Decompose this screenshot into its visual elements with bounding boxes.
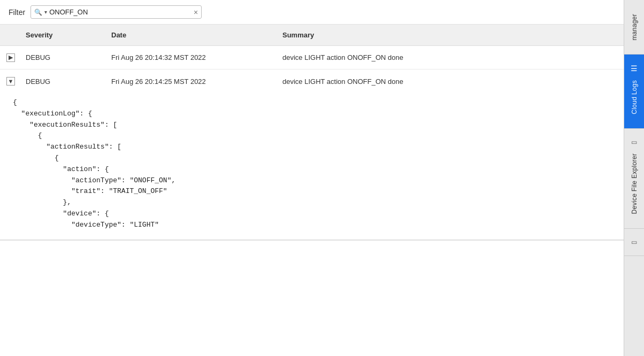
json-detail-content: { "executionLog": { "executionResults": … — [0, 93, 624, 240]
sidebar-tab-cloud-logs-label: Cloud Logs — [631, 76, 638, 119]
sidebar-tab-device-file-explorer-wrapper: ▭ Device File Explorer — [628, 134, 640, 222]
cell-date: Fri Aug 26 20:14:32 MST 2022 — [107, 49, 278, 66]
sidebar-tab-e-wrapper: ▭ — [629, 234, 639, 250]
table-row: ▶ DEBUG Fri Aug 26 20:14:32 MST 2022 dev… — [0, 46, 624, 69]
filter-input-wrapper[interactable]: 🔍 ▾ × — [30, 5, 202, 19]
cell-severity: DEBUG — [21, 49, 107, 66]
expand-icon[interactable]: ▶ — [6, 53, 15, 62]
sidebar-tab-cloud-logs-wrapper: ☰ Cloud Logs — [628, 60, 640, 123]
right-sidebar: manager ☰ Cloud Logs ▭ Device File Explo… — [624, 0, 644, 356]
sidebar-tab-e[interactable]: ▭ — [624, 229, 644, 256]
row-expand-button[interactable]: ▶ — [0, 51, 21, 64]
cell-summary: device LIGHT action ONOFF_ON done — [278, 49, 624, 66]
column-header-date: Date — [107, 29, 278, 41]
sidebar-tab-device-file-explorer-label: Device File Explorer — [631, 149, 638, 218]
filter-dropdown-arrow[interactable]: ▾ — [44, 9, 47, 15]
main-content: Filter 🔍 ▾ × Severity Date Summary ▶ DEB… — [0, 0, 624, 356]
sidebar-tab-manager[interactable]: manager — [624, 0, 644, 55]
table-body: ▶ DEBUG Fri Aug 26 20:14:32 MST 2022 dev… — [0, 46, 624, 356]
device-file-explorer-icon: ▭ — [631, 138, 637, 146]
filter-input[interactable] — [49, 8, 191, 16]
column-header-summary: Summary — [278, 29, 624, 41]
collapse-icon[interactable]: ▼ — [6, 77, 15, 86]
cell-date: Fri Aug 26 20:14:25 MST 2022 — [107, 73, 278, 90]
sidebar-tab-manager-label: manager — [631, 10, 638, 44]
table-header: Severity Date Summary — [0, 25, 624, 46]
search-icon: 🔍 — [34, 9, 42, 16]
cell-summary: device LIGHT action ONOFF_ON done — [278, 73, 624, 90]
e-tab-icon: ▭ — [631, 238, 637, 246]
sidebar-tab-manager-wrapper: manager — [628, 5, 640, 49]
sidebar-tab-cloud-logs[interactable]: ☰ Cloud Logs — [624, 55, 644, 129]
cell-severity: DEBUG — [21, 73, 107, 90]
column-header-severity: Severity — [21, 29, 107, 41]
sidebar-tab-device-file-explorer[interactable]: ▭ Device File Explorer — [624, 129, 644, 228]
row-collapse-button[interactable]: ▼ — [0, 75, 21, 88]
table-row: ▼ DEBUG Fri Aug 26 20:14:25 MST 2022 dev… — [0, 69, 624, 93]
cloud-logs-icon: ☰ — [631, 64, 638, 73]
filter-bar: Filter 🔍 ▾ × — [0, 0, 624, 25]
filter-clear-button[interactable]: × — [194, 9, 198, 16]
column-header-toggle — [0, 29, 21, 41]
filter-label: Filter — [9, 8, 25, 17]
expanded-section: ▼ DEBUG Fri Aug 26 20:14:25 MST 2022 dev… — [0, 69, 624, 241]
